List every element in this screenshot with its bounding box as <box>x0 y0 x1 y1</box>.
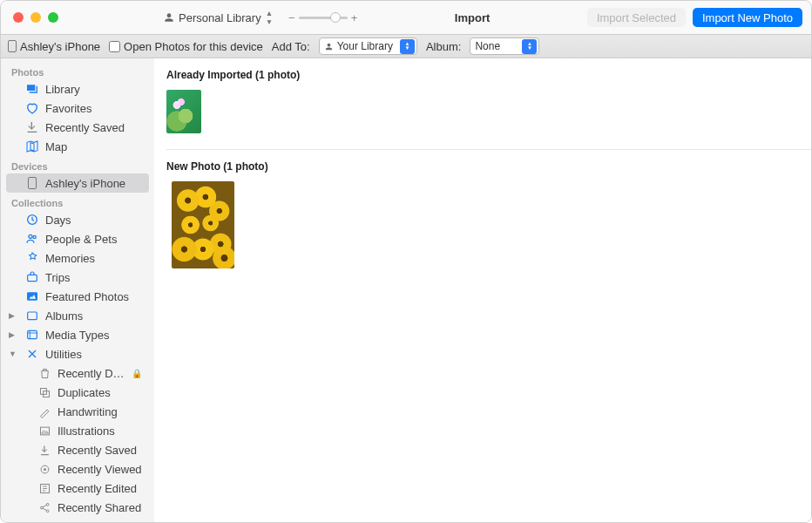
titlebar-right: Import Selected Import New Photo <box>587 8 811 27</box>
thumbnail-zoom-slider[interactable]: − + <box>288 11 357 24</box>
sidebar-item-map[interactable]: Map <box>6 137 149 156</box>
download-icon <box>37 443 51 457</box>
addto-label: Add To: <box>272 40 310 53</box>
zoom-track[interactable] <box>299 17 348 19</box>
sidebar-item-recently-shared[interactable]: Recently Shared <box>6 498 149 517</box>
new-photo-thumb-1[interactable] <box>172 181 234 268</box>
sidebar-item-featured-photos[interactable]: Featured Photos <box>6 287 149 306</box>
svg-point-13 <box>40 506 43 509</box>
memories-icon <box>25 251 39 265</box>
titlebar-left: Personal Library ▲▼ − + <box>154 7 357 28</box>
window-titlebar: Personal Library ▲▼ − + Import Import Se… <box>1 1 811 34</box>
edit-icon <box>37 481 51 495</box>
sidebar-item-utilities[interactable]: ▼Utilities <box>6 344 149 363</box>
svg-rect-3 <box>28 275 37 281</box>
eye-icon <box>37 462 51 476</box>
duplicates-icon <box>37 385 51 399</box>
open-photos-label: Open Photos for this device <box>124 40 263 53</box>
open-photos-checkbox[interactable]: Open Photos for this device <box>109 40 263 53</box>
phone-icon <box>25 176 39 190</box>
person-icon <box>163 11 175 24</box>
device-name: Ashley's iPhone <box>20 40 100 53</box>
library-label: Personal Library <box>179 11 261 24</box>
zoom-out-icon: − <box>288 11 295 24</box>
window-title: Import <box>357 11 587 24</box>
sidebar-item-people-pets[interactable]: People & Pets <box>6 229 149 248</box>
already-imported-thumbs <box>154 90 811 149</box>
suitcase-icon <box>25 270 39 284</box>
addto-value: Your Library <box>337 40 393 52</box>
sidebar-item-recently-edited[interactable]: Recently Edited <box>6 479 149 498</box>
sidebar-item-trips[interactable]: Trips <box>6 268 149 287</box>
trash-icon <box>37 366 51 380</box>
sidebar-section-photos: Photos <box>1 62 154 79</box>
new-photo-thumbs <box>154 181 811 284</box>
minimize-window-button[interactable] <box>30 12 41 23</box>
chevron-right-icon[interactable]: ▶ <box>9 330 15 339</box>
svg-point-2 <box>33 235 36 238</box>
chevron-right-icon[interactable]: ▶ <box>9 311 15 320</box>
download-icon <box>25 120 39 134</box>
person-icon <box>324 42 334 51</box>
sidebar-item-recently-deleted[interactable]: Recently Deleted🔒 <box>6 363 149 383</box>
device-label: Ashley's iPhone <box>8 40 100 53</box>
lock-icon: 🔒 <box>132 369 142 378</box>
open-photos-checkbox-input[interactable] <box>109 41 120 52</box>
sidebar-item-recently-saved-util[interactable]: Recently Saved <box>6 440 149 459</box>
close-window-button[interactable] <box>13 12 24 23</box>
sidebar-section-collections: Collections <box>1 193 154 210</box>
zoom-thumb[interactable] <box>330 12 341 23</box>
svg-point-15 <box>46 509 49 512</box>
sidebar-item-days[interactable]: Days <box>6 210 149 229</box>
svg-rect-6 <box>28 330 37 338</box>
already-imported-header: Already Imported (1 photo) <box>154 58 811 90</box>
pencil-icon <box>37 404 51 418</box>
people-icon <box>25 232 39 246</box>
album-label: Album: <box>426 40 461 53</box>
window-controls <box>1 12 154 23</box>
album-select[interactable]: None <box>470 37 539 55</box>
sidebar-item-illustrations[interactable]: Illustrations <box>6 421 149 440</box>
svg-rect-5 <box>28 312 37 320</box>
sidebar-item-recently-viewed[interactable]: Recently Viewed <box>6 459 149 479</box>
sidebar-item-duplicates[interactable]: Duplicates <box>6 383 149 402</box>
heart-icon <box>25 101 39 115</box>
phone-icon <box>8 40 17 52</box>
sidebar-item-library[interactable]: Library <box>6 79 149 98</box>
featured-icon <box>25 289 39 303</box>
svg-point-11 <box>44 468 46 471</box>
map-icon <box>25 139 39 153</box>
import-content: Already Imported (1 photo) New Photo (1 … <box>154 58 811 522</box>
share-icon <box>37 500 51 514</box>
sidebar-item-recently-saved[interactable]: Recently Saved <box>6 118 149 137</box>
sidebar-section-devices: Devices <box>1 156 154 173</box>
addto-select[interactable]: Your Library <box>319 37 417 55</box>
chevron-updown-icon: ▲▼ <box>266 9 273 26</box>
sidebar-item-favorites[interactable]: Favorites <box>6 98 149 118</box>
new-photo-header: New Photo (1 photo) <box>154 150 811 181</box>
sidebar-item-imports[interactable]: Imports <box>6 517 149 522</box>
fullscreen-window-button[interactable] <box>48 12 58 23</box>
import-toolbar: Ashley's iPhone Open Photos for this dev… <box>1 34 811 58</box>
select-stepper-icon <box>400 39 415 54</box>
svg-point-1 <box>29 234 32 238</box>
album-icon <box>25 309 39 323</box>
album-value: None <box>475 40 500 52</box>
sidebar-item-media-types[interactable]: ▶Media Types <box>6 325 149 344</box>
sidebar-item-memories[interactable]: Memories <box>6 248 149 268</box>
already-imported-thumb-1[interactable] <box>166 90 201 133</box>
illustration-icon <box>37 424 51 438</box>
clock-icon <box>25 213 39 227</box>
svg-rect-9 <box>40 427 49 435</box>
import-new-photo-button[interactable]: Import New Photo <box>693 8 802 27</box>
svg-rect-4 <box>27 292 37 300</box>
chevron-down-icon[interactable]: ▼ <box>9 350 17 358</box>
imports-icon <box>37 520 51 522</box>
library-picker[interactable]: Personal Library ▲▼ <box>159 7 276 28</box>
tools-icon <box>25 347 39 361</box>
sidebar-item-handwriting[interactable]: Handwriting <box>6 402 149 421</box>
sidebar-item-albums[interactable]: ▶Albums <box>6 306 149 325</box>
select-stepper-icon <box>522 39 537 54</box>
zoom-in-icon: + <box>351 11 358 24</box>
sidebar-item-device-iphone[interactable]: Ashley's iPhone <box>6 173 149 193</box>
